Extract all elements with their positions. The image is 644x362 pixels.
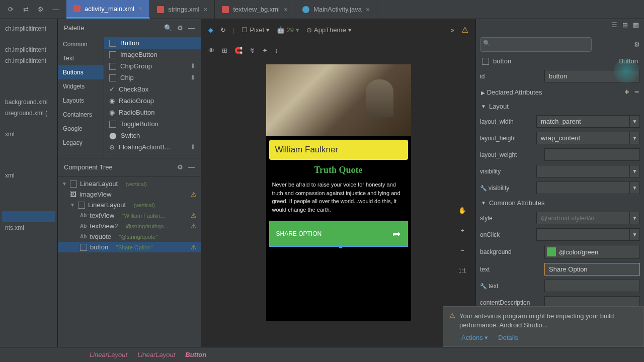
attr-background[interactable]: @color/green: [544, 245, 640, 259]
tab-main-activity[interactable]: MainActivity.java ×: [295, 0, 377, 19]
dropdown-icon[interactable]: ▼: [630, 182, 640, 194]
attr-visibility[interactable]: [536, 165, 630, 177]
attr-layout-height[interactable]: [536, 132, 630, 144]
palette-cat-widgets[interactable]: Widgets: [58, 79, 104, 94]
dropdown-icon[interactable]: ▼: [630, 212, 640, 224]
device-selector[interactable]: ☐ Pixel ▾: [242, 26, 269, 34]
orientation-icon[interactable]: ↻: [220, 26, 226, 34]
prefs-icon[interactable]: ⇄: [21, 5, 30, 14]
project-item[interactable]: background.xml: [2, 97, 55, 108]
sync-icon[interactable]: ⟳: [6, 5, 15, 14]
download-icon[interactable]: ⬇: [190, 74, 196, 81]
attr-layout-weight[interactable]: [544, 148, 640, 161]
palette-cat-legacy[interactable]: Legacy: [58, 136, 104, 150]
remove-attr-icon[interactable]: −: [634, 87, 639, 97]
api-selector[interactable]: 🤖 29 ▾: [277, 26, 299, 34]
guideline-icon[interactable]: ↕: [275, 47, 278, 54]
minimize-icon[interactable]: —: [51, 5, 60, 14]
close-icon[interactable]: ×: [284, 6, 288, 14]
breadcrumb-item[interactable]: Button: [181, 350, 210, 359]
common-attributes-section[interactable]: ▼Common Attributes: [476, 196, 644, 210]
project-item[interactable]: ch.implicitintent: [2, 23, 55, 34]
view-design-icon[interactable]: ▦: [633, 21, 639, 32]
palette-item-checkbox[interactable]: ✓CheckBox: [104, 83, 201, 95]
tree-row-imageview[interactable]: 🖼imageView⚠: [58, 189, 201, 200]
project-item[interactable]: xml: [2, 170, 55, 181]
project-item[interactable]: ch.implicitintent: [2, 55, 55, 66]
tree-row-button[interactable]: button "Share Option"⚠: [58, 242, 201, 252]
minimize-icon[interactable]: —: [188, 24, 195, 32]
view-code-icon[interactable]: ⊞: [622, 21, 628, 32]
notification-actions-link[interactable]: Actions ▾: [461, 334, 488, 341]
visibility-icon[interactable]: 👁: [208, 47, 215, 54]
dropdown-icon[interactable]: ▼: [630, 115, 640, 128]
attr-style[interactable]: [536, 212, 630, 224]
declared-attributes-section[interactable]: ▶ Declared Attributes +−: [476, 84, 644, 100]
tab-strings[interactable]: strings.xml ×: [150, 0, 215, 19]
tree-row-textview[interactable]: AbtextView "William Faulkn...⚠: [58, 210, 201, 221]
design-preview[interactable]: William Faulkner Truth Quote Never be af…: [266, 64, 411, 321]
palette-item-togglebutton[interactable]: ToggleButton: [104, 118, 201, 130]
palette-cat-text[interactable]: Text: [58, 51, 104, 65]
gear-icon[interactable]: ⚙: [634, 41, 640, 48]
add-attr-icon[interactable]: +: [624, 87, 629, 97]
view-list-icon[interactable]: ☰: [611, 21, 617, 32]
palette-item-imagebutton[interactable]: ImageButton: [104, 49, 201, 60]
chevron-down-icon[interactable]: ▼: [70, 202, 75, 208]
palette-cat-buttons[interactable]: Buttons: [58, 65, 104, 79]
notification-details-link[interactable]: Details: [498, 334, 518, 341]
palette-cat-google[interactable]: Google: [58, 122, 104, 136]
zoom-in-icon[interactable]: +: [455, 223, 469, 237]
palette-cat-common[interactable]: Common: [58, 37, 104, 51]
gear-icon[interactable]: ⚙: [36, 5, 45, 14]
gear-icon[interactable]: ⚙: [177, 163, 183, 171]
download-icon[interactable]: ⬇: [190, 143, 196, 151]
attr-tools-visibility[interactable]: [536, 182, 630, 194]
breadcrumb-item[interactable]: LinearLayout: [133, 350, 179, 359]
chevron-down-icon[interactable]: ▼: [62, 181, 67, 187]
palette-item-radiobutton[interactable]: ◉RadioButton: [104, 107, 201, 118]
project-item[interactable]: [2, 211, 55, 222]
palette-item-chip[interactable]: Chip⬇: [104, 72, 201, 83]
dropdown-icon[interactable]: ▼: [630, 165, 640, 177]
palette-item-button[interactable]: Button: [104, 37, 201, 49]
minimize-icon[interactable]: —: [188, 163, 195, 171]
color-swatch[interactable]: [547, 247, 556, 256]
tree-row-linearlayout[interactable]: ▼LinearLayout (vertical): [58, 200, 201, 210]
breadcrumb-item[interactable]: LinearLayout: [86, 350, 131, 359]
blueprint-icon[interactable]: ⊞: [222, 47, 227, 54]
palette-item-chipgroup[interactable]: ChipGroup⬇: [104, 60, 201, 72]
tab-activity-main[interactable]: activity_main.xml ×: [66, 0, 150, 19]
close-icon[interactable]: ×: [366, 6, 370, 14]
project-item[interactable]: nts.xml: [2, 222, 55, 233]
palette-item-fab[interactable]: ⊕FloatingActionB...⬇: [104, 141, 201, 153]
palette-cat-layouts[interactable]: Layouts: [58, 94, 104, 108]
clear-constraints-icon[interactable]: ↯: [250, 47, 255, 54]
attr-layout-width[interactable]: [536, 115, 630, 128]
close-icon[interactable]: ×: [138, 5, 142, 13]
pan-icon[interactable]: ✋: [455, 203, 469, 217]
attr-tools-text[interactable]: [544, 280, 640, 292]
project-item[interactable]: ch.implicitintent: [2, 44, 55, 55]
project-item[interactable]: oreground.xml (: [2, 108, 55, 119]
search-icon[interactable]: 🔍: [164, 24, 172, 32]
magnet-icon[interactable]: 🧲: [234, 47, 243, 54]
tree-row-textview2[interactable]: AbtextView2 @string/truthqo...⚠: [58, 221, 201, 231]
palette-item-radiogroup[interactable]: ◉RadioGroup: [104, 95, 201, 107]
center-icon[interactable]: ✦: [262, 47, 268, 54]
tab-textview-bg[interactable]: textview_bg.xml ×: [215, 0, 295, 19]
project-item[interactable]: xml: [2, 129, 55, 140]
theme-selector[interactable]: ⊙ AppTheme ▾: [306, 26, 352, 34]
preview-share-button[interactable]: SHARE OPTION ➦: [269, 221, 408, 247]
zoom-out-icon[interactable]: −: [455, 243, 469, 257]
zoom-reset-icon[interactable]: 1:1: [455, 263, 469, 278]
close-icon[interactable]: ×: [203, 6, 207, 14]
palette-item-switch[interactable]: ⬤Switch: [104, 130, 201, 141]
gear-icon[interactable]: ⚙: [177, 24, 183, 32]
dropdown-icon[interactable]: ▼: [630, 132, 640, 144]
attr-text[interactable]: [544, 263, 640, 276]
layout-section[interactable]: ▼Layout: [476, 100, 644, 113]
warning-icon[interactable]: ⚠: [461, 25, 468, 35]
palette-cat-containers[interactable]: Containers: [58, 108, 104, 122]
more-icon[interactable]: »: [451, 26, 454, 34]
